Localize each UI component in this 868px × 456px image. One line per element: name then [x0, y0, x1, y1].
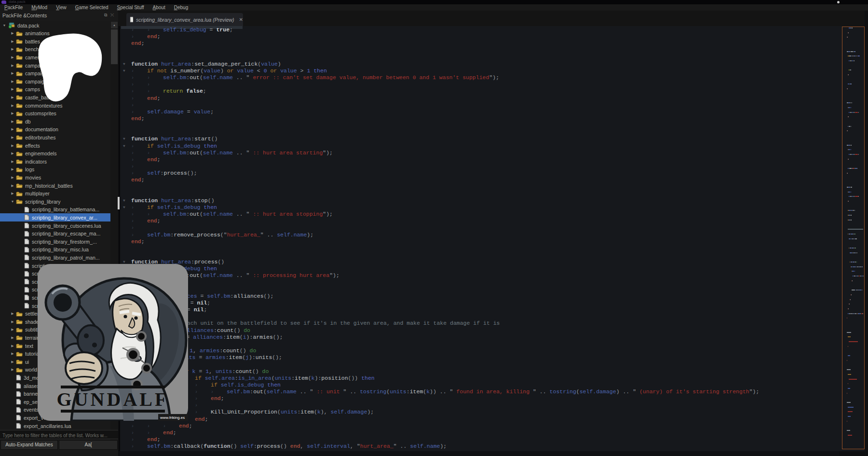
chevron-right-icon[interactable]: ▶	[10, 184, 15, 188]
chevron-down-icon[interactable]: ▼	[10, 200, 15, 203]
tab-marker: ›	[131, 205, 147, 211]
minimap-view-indicator[interactable]	[842, 27, 865, 449]
tree-item-documentation[interactable]: ▶documentation	[0, 125, 110, 134]
tree-item-scripting_library_misc-lua[interactable]: scripting_library_misc.lua	[0, 246, 110, 254]
tree-item-label: scripting_library_misc.lua	[32, 247, 89, 252]
file-icon	[16, 391, 21, 397]
tree-item-scripting_library_patrol_man-[interactable]: scripting_library_patrol_man...	[0, 253, 110, 262]
code-line: ››end;	[120, 429, 176, 436]
code-line: ›	[120, 224, 147, 231]
tree-item-export_ancillaries-lua[interactable]: export_ancillaries.lua	[0, 422, 110, 430]
tab-marker: ›	[147, 82, 163, 88]
fold-arrow-icon[interactable]: ▼	[123, 204, 129, 211]
chevron-right-icon[interactable]: ▶	[10, 312, 15, 316]
tree-item-label: scripting_library	[25, 199, 61, 205]
menu-debug[interactable]: Debug	[170, 4, 192, 11]
tree-item-effects[interactable]: ▶effects	[0, 141, 110, 150]
chevron-right-icon[interactable]: ▶	[10, 127, 15, 131]
fold-arrow-icon[interactable]: ▼	[123, 61, 129, 68]
tree-item-db[interactable]: ▶db	[0, 117, 110, 125]
menu-about[interactable]: About	[149, 4, 170, 11]
menu-special-stuff[interactable]: Special Stuff	[113, 4, 149, 11]
bottom-gutter	[120, 451, 839, 456]
tree-item-scripting_library_battlemana-[interactable]: scripting_library_battlemana...	[0, 206, 110, 214]
chevron-right-icon[interactable]: ▶	[10, 368, 15, 372]
chevron-right-icon[interactable]: ▶	[10, 328, 15, 332]
code-line: ›››end;	[120, 423, 192, 429]
tree-item-label: mp_historical_battles	[25, 183, 73, 189]
menu-bar: PackFileMyModViewGame SelectedSpecial St…	[0, 4, 868, 11]
tree-item-scripting_library_convex_ar-[interactable]: scripting_library_convex_ar...	[0, 213, 110, 221]
tab-close-icon[interactable]: ✕	[239, 17, 243, 22]
tree-filter-input[interactable]	[0, 431, 118, 440]
tree-item-logs[interactable]: ▶logs	[0, 166, 110, 174]
chevron-right-icon[interactable]: ▶	[10, 120, 15, 124]
code-line: ▼›if not is_number(value) or value < 0 o…	[120, 68, 327, 74]
chevron-right-icon[interactable]: ▶	[10, 192, 15, 195]
chevron-right-icon[interactable]: ▶	[10, 344, 15, 348]
collapse-panel-icon[interactable]: ⤫	[110, 13, 114, 18]
code-line	[120, 129, 131, 136]
tree-item-scripting_library[interactable]: ▼scripting_library	[0, 197, 110, 206]
code-line: ›self:process();	[120, 170, 197, 177]
fold-arrow-icon[interactable]: ▼	[123, 136, 129, 142]
window-control-icon[interactable]	[837, 1, 840, 3]
tree-item-label: text	[25, 343, 33, 349]
code-editor[interactable]: ››self.is_debug = true;›end;end;▼functio…	[120, 26, 839, 451]
folder-icon	[16, 367, 23, 373]
tab-marker: ›	[131, 225, 147, 232]
tab-convex-area[interactable]: scripting_library_convex_area.lua (Previ…	[126, 13, 243, 26]
file-icon	[16, 383, 21, 389]
code-line: ››self.bm:out(self.name .. " :: hurt are…	[120, 211, 333, 218]
case-sensitive-button[interactable]: Aa[	[59, 440, 118, 450]
tree-item-label: editorbrushes	[25, 135, 56, 140]
tree-item-scripting_library_firestorm_-[interactable]: scripting_library_firestorm_...	[0, 237, 110, 246]
title-bar: data.pack	[0, 0, 868, 4]
chevron-right-icon[interactable]: ▶	[10, 160, 15, 164]
gundalf-logo-text: GUNDALF	[57, 388, 169, 410]
auto-expand-matches-button[interactable]: Auto-Expand Matches	[0, 440, 58, 450]
chevron-right-icon[interactable]: ▶	[10, 336, 15, 340]
tab-marker: ›	[131, 75, 147, 82]
folder-icon	[16, 167, 23, 172]
tree-item-mp_historical_battles[interactable]: ▶mp_historical_battles	[0, 181, 110, 190]
tree-item-editorbrushes[interactable]: ▶editorbrushes	[0, 133, 110, 141]
tree-item-enginemodels[interactable]: ▶enginemodels	[0, 150, 110, 158]
code-line: ›self.damage = value;	[120, 109, 214, 115]
tree-item-scripting_library_escape_ma-[interactable]: scripting_library_escape_ma...	[0, 230, 110, 238]
tab-marker: ›	[131, 164, 147, 170]
tree-item-scripting_library_cutscenes-lua[interactable]: scripting_library_cutscenes.lua	[0, 221, 110, 230]
tree-item-movies[interactable]: ▶movies	[0, 173, 110, 181]
tab-marker: ›	[211, 389, 227, 396]
chevron-right-icon[interactable]: ▶	[10, 167, 15, 171]
code-line: end;	[120, 177, 145, 183]
tree-item-label: scripting_library_battlemana...	[32, 207, 99, 212]
scroll-up-icon[interactable]: ▲	[111, 22, 118, 28]
fold-arrow-icon[interactable]: ▼	[123, 143, 129, 150]
tree-item-multiplayer[interactable]: ▶multiplayer	[0, 190, 110, 198]
chevron-right-icon[interactable]: ▶	[10, 352, 15, 356]
tab-marker: ›	[131, 96, 147, 102]
code-line: ›	[120, 102, 147, 109]
fold-arrow-icon[interactable]: ▼	[123, 197, 129, 204]
folder-icon	[16, 319, 23, 324]
tree-item-indicators[interactable]: ▶indicators	[0, 157, 110, 166]
right-gutter	[865, 11, 868, 456]
fold-arrow-icon[interactable]: ▼	[123, 68, 129, 74]
chevron-right-icon[interactable]: ▶	[10, 152, 15, 155]
file-icon	[130, 16, 133, 23]
scrollbar-thumb[interactable]	[111, 29, 118, 64]
code-line: ›end;	[120, 95, 161, 102]
tab-marker: ›	[195, 382, 211, 389]
folder-icon	[16, 191, 23, 196]
chevron-right-icon[interactable]: ▶	[10, 176, 15, 180]
chevron-right-icon[interactable]: ▶	[10, 136, 15, 139]
rpfm-window: data.pack PackFileMyModViewGame Selected…	[0, 0, 868, 456]
chevron-right-icon[interactable]: ▶	[10, 144, 15, 148]
file-icon	[24, 231, 29, 237]
chevron-right-icon[interactable]: ▶	[10, 360, 15, 364]
code-line: ›end;	[120, 436, 161, 443]
chevron-right-icon[interactable]: ▶	[10, 111, 15, 115]
chevron-right-icon[interactable]: ▶	[10, 320, 15, 324]
code-line: ›self.bm:callback(function() self:proces…	[120, 443, 447, 450]
